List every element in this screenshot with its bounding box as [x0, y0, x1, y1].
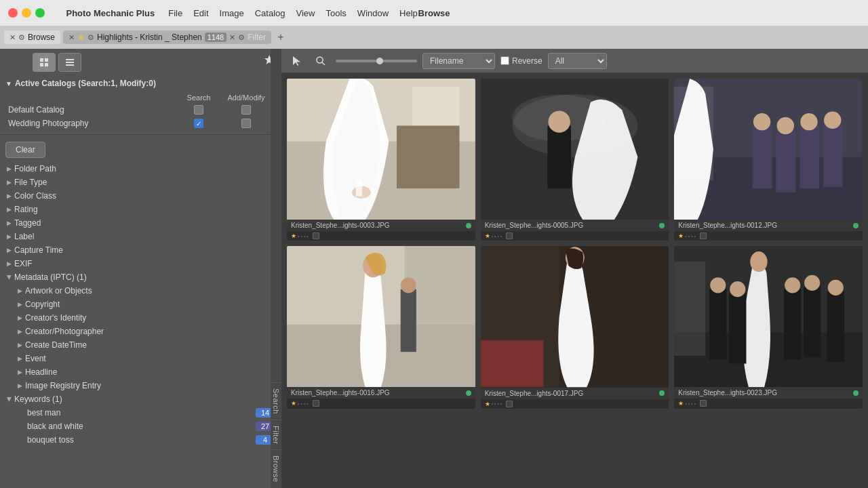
filter-copyright[interactable]: ▶ Copyright	[3, 298, 279, 311]
color-class-label: Color Class	[14, 191, 56, 201]
photo-image-0005	[481, 79, 669, 220]
menu-view[interactable]: View	[296, 8, 315, 18]
folder-path-arrow: ▶	[7, 165, 12, 172]
photo-image-0003	[287, 79, 475, 220]
svg-point-60	[711, 278, 726, 293]
menu-file[interactable]: File	[168, 8, 182, 18]
tab-highlights[interactable]: ✕ ★ ⚙ Highlights - Kristin _ Stephen 114…	[63, 30, 271, 44]
filter-headline[interactable]: ▶ Headline	[3, 365, 279, 379]
menu-bar: File Edit Image Catalog View Tools Windo…	[168, 8, 418, 18]
photo-rating-0012: ★ • • • •	[674, 231, 863, 241]
filter-exif[interactable]: ▶ EXIF	[3, 257, 279, 270]
menu-tools[interactable]: Tools	[326, 8, 347, 18]
photo-rating-0023: ★ • • • •	[674, 399, 863, 408]
filter-color-class[interactable]: ▶ Color Class	[3, 189, 279, 203]
menu-help[interactable]: Help	[399, 8, 418, 18]
tab-close-browse[interactable]: ✕	[9, 33, 16, 42]
menu-image[interactable]: Image	[220, 8, 244, 18]
photo-flag-0005	[506, 232, 513, 239]
filter-file-type[interactable]: ▶ File Type	[3, 176, 279, 189]
file-type-arrow: ▶	[7, 179, 12, 186]
catalog-wedding-modify-check[interactable]	[241, 119, 251, 128]
svg-rect-3	[45, 63, 48, 66]
catalog-default-modify-check[interactable]	[241, 105, 251, 115]
menu-catalog[interactable]: Catalog	[255, 8, 285, 18]
catalog-default-search-check[interactable]	[194, 105, 203, 115]
sort-select[interactable]: Filename Capture Time File Size Rating	[422, 53, 495, 69]
active-catalogs-header[interactable]: ▼ Active Catalogs (Search:1, Modify:0)	[0, 76, 281, 91]
reverse-checkbox-label[interactable]: Reverse	[500, 56, 542, 66]
photo-cell-0016[interactable]: Kristen_Stephe...ights-0016.JPG ★ • • • …	[287, 246, 475, 408]
catalog-row-wedding: Wedding Photography ✓	[5, 117, 276, 130]
svg-rect-1	[45, 58, 48, 62]
filter-image-registry[interactable]: ▶ Image Registry Entry	[3, 379, 279, 392]
keyword-black-white[interactable]: black and white 27	[3, 420, 279, 433]
keyword-bouquet-toss[interactable]: bouquet toss 4	[3, 433, 279, 447]
photo-rating-0003: ★ • • • •	[287, 231, 475, 241]
tab-close-highlights[interactable]: ✕	[68, 33, 75, 42]
svg-rect-30	[753, 125, 772, 188]
star-icon-0017: ★	[485, 401, 490, 407]
photo-cell-0012[interactable]: Kristen_Stephe...ights-0012.JPG ★ • • • …	[674, 79, 863, 241]
photo-rating-0017: ★ • • • •	[481, 399, 669, 409]
photo-cell-0023[interactable]: Kristen_Stephe...ights-0023.JPG ★ • • • …	[674, 246, 863, 408]
filter-folder-path[interactable]: ▶ Folder Path	[3, 162, 279, 176]
side-label-filter[interactable]: Filter	[271, 420, 281, 449]
all-select[interactable]: All Selected Tagged Untagged	[548, 53, 607, 69]
photo-cell-0005[interactable]: Kristen_Stephe...ights-0005.JPG ★ • • • …	[481, 79, 669, 241]
keyword-bouquet-toss-label: bouquet toss	[27, 435, 74, 445]
catalog-row-default: Default Catalog	[5, 103, 276, 117]
app-name: Photo Mechanic Plus	[66, 8, 155, 18]
photo-image-0017	[481, 246, 669, 387]
svg-point-54	[751, 251, 768, 272]
photo-cell-0017[interactable]: Kristen_Stephe...ights-0017.JPG ★ • • • …	[481, 246, 669, 408]
side-label-search[interactable]: Search	[271, 382, 281, 420]
filter-keywords[interactable]: ▶ Keywords (1)	[3, 392, 279, 406]
catalog-header: Search Add/Modify	[5, 92, 276, 103]
tab-star-highlights: ★	[77, 33, 85, 42]
svg-rect-43	[401, 289, 416, 352]
keyword-black-white-label: black and white	[27, 422, 83, 431]
menu-window[interactable]: Window	[357, 8, 389, 18]
arrow-pointer-icon[interactable]	[287, 52, 306, 70]
filter-event[interactable]: ▶ Event	[3, 352, 279, 365]
filter-tree: ▶ Folder Path ▶ File Type ▶ Color Class …	[0, 162, 281, 488]
add-tab-button[interactable]: +	[274, 30, 288, 44]
minimize-button[interactable]	[22, 8, 31, 18]
artwork-arrow: ▶	[18, 287, 22, 294]
zoom-slider[interactable]	[336, 60, 417, 62]
reverse-checkbox[interactable]	[500, 56, 509, 65]
photo-rating-0016: ★ • • • •	[287, 399, 475, 408]
side-label-browse[interactable]: Browse	[271, 449, 281, 488]
filter-metadata-iptc[interactable]: ▶ Metadata (IPTC) (1)	[3, 270, 279, 284]
maximize-button[interactable]	[35, 8, 45, 18]
keywords-label: Keywords (1)	[14, 394, 62, 404]
filter-label[interactable]: ▶ Label	[3, 230, 279, 243]
filter-creator-photographer[interactable]: ▶ Creator/Photographer	[3, 325, 279, 338]
svg-rect-59	[827, 291, 844, 362]
close-button[interactable]	[8, 8, 18, 18]
clear-button[interactable]: Clear	[5, 142, 45, 158]
svg-point-36	[801, 113, 818, 130]
keyword-best-man[interactable]: best man 14	[3, 406, 279, 420]
tab-close-x2[interactable]: ✕	[229, 33, 235, 42]
tab-browse[interactable]: ✕ ⚙ Browse	[4, 30, 60, 44]
list-view-icon[interactable]	[58, 53, 81, 72]
col-name-header	[8, 94, 178, 102]
catalog-view-icon[interactable]	[33, 53, 56, 72]
copyright-label: Copyright	[25, 300, 60, 309]
photo-rating-0005: ★ • • • •	[481, 231, 669, 241]
filter-rating[interactable]: ▶ Rating	[3, 203, 279, 216]
search-icon[interactable]	[311, 52, 330, 70]
menu-edit[interactable]: Edit	[193, 8, 208, 18]
photo-cell-0003[interactable]: Kristen_Stephe...ights-0003.JPG ★ • • • …	[287, 79, 475, 241]
filter-create-datetime[interactable]: ▶ Create DateTime	[3, 338, 279, 352]
keywords-arrow: ▶	[6, 397, 13, 402]
filter-tagged[interactable]: ▶ Tagged	[3, 216, 279, 230]
filter-artwork[interactable]: ▶ Artwork or Objects	[3, 284, 279, 298]
filter-creators-identity[interactable]: ▶ Creator's Identity	[3, 311, 279, 325]
filter-capture-time[interactable]: ▶ Capture Time	[3, 243, 279, 257]
main-layout: ▼ Active Catalogs (Search:1, Modify:0) S…	[0, 49, 868, 488]
exif-label: EXIF	[14, 259, 33, 268]
catalog-wedding-search-check[interactable]: ✓	[194, 119, 203, 128]
